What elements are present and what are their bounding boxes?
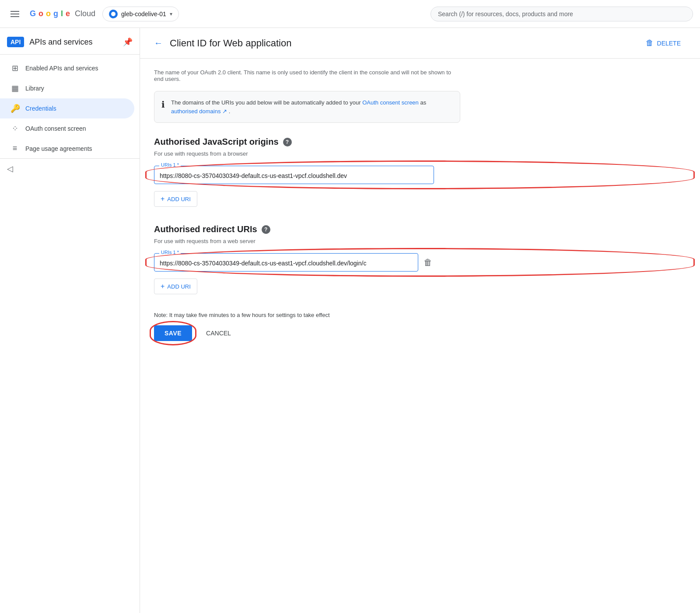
js-origins-subtitle: For use with requests from a browser (154, 150, 686, 157)
js-origins-help-icon[interactable]: ? (283, 138, 292, 146)
main-layout: API APIs and services 📌 ⊞ Enabled APIs a… (0, 28, 700, 613)
delete-label: DELETE (657, 40, 681, 47)
redirect-uri-input-row: 🗑 (154, 253, 434, 272)
sidebar-item-label: Library (25, 85, 44, 92)
project-name: gleb-codelive-01 (121, 10, 166, 17)
main-content: ← Client ID for Web application 🗑 DELETE… (140, 28, 700, 613)
collapse-arrow-icon: ◁ (7, 164, 13, 174)
redirect-uri-label: URIs 1 * (159, 250, 181, 255)
js-origins-title-text: Authorised JavaScript origins (154, 137, 279, 147)
save-button-wrapper: SAVE (154, 325, 192, 341)
js-origins-title: Authorised JavaScript origins ? (154, 137, 686, 147)
sidebar-item-enabled-apis[interactable]: ⊞ Enabled APIs and services (0, 58, 134, 78)
google-cloud-logo: Google Cloud (30, 9, 95, 18)
redirect-uris-uri-highlighted: URIs 1 * 🗑 (154, 253, 686, 272)
sidebar-header: API APIs and services 📌 (0, 31, 140, 55)
search-input[interactable] (438, 10, 686, 17)
save-button[interactable]: SAVE (154, 325, 192, 341)
sidebar-item-page-usage[interactable]: ≡ Page usage agreements (0, 139, 134, 158)
grid-icon: ⊞ (10, 63, 19, 73)
sidebar-item-label: Credentials (25, 105, 56, 112)
dropdown-arrow-icon: ▾ (170, 11, 172, 17)
redirect-uris-group: URIs 1 * 🗑 (154, 253, 434, 272)
info-text-after: . (229, 108, 231, 115)
redirect-uris-add-uri-button[interactable]: + ADD URI (154, 279, 197, 294)
sidebar-item-label: Enabled APIs and services (25, 65, 98, 72)
bottom-actions: SAVE CANCEL (154, 325, 686, 341)
oauth-consent-link[interactable]: OAuth consent screen (362, 99, 419, 106)
library-icon: ▦ (10, 84, 19, 93)
authorised-domains-link[interactable]: authorised domains ↗ (171, 108, 229, 115)
subtitle-text: The name of your OAuth 2.0 client. This … (154, 69, 460, 82)
key-icon: 🔑 (10, 104, 19, 113)
trash-icon: 🗑 (646, 38, 654, 48)
add-uri-label: ADD URI (167, 283, 190, 290)
pin-icon: 📌 (123, 37, 133, 47)
info-text-before: The domains of the URIs you add below wi… (171, 99, 362, 106)
redirect-uris-help-icon[interactable]: ? (262, 225, 270, 234)
info-box: ℹ The domains of the URIs you add below … (154, 91, 460, 123)
sidebar-item-credentials[interactable]: 🔑 Credentials (0, 98, 134, 118)
settings-list-icon: ≡ (10, 144, 19, 153)
trash-field-icon: 🗑 (424, 258, 432, 267)
sidebar-item-oauth-consent[interactable]: ⁘ OAuth consent screen (0, 118, 134, 139)
page-title: Client ID for Web application (170, 38, 291, 49)
sidebar-title: APIs and services (29, 38, 92, 47)
redirect-uris-subtitle: For use with requests from a web server (154, 238, 686, 244)
redirect-uri-input[interactable] (154, 253, 418, 272)
api-badge: API (7, 37, 24, 47)
back-button[interactable]: ← (154, 38, 163, 48)
cancel-button[interactable]: CANCEL (199, 325, 238, 341)
redirect-uri-delete-button[interactable]: 🗑 (422, 256, 434, 269)
plus-icon: + (161, 195, 164, 203)
sidebar-collapse-button[interactable]: ◁ (0, 158, 140, 179)
redirect-uris-section: Authorised redirect URIs ? For use with … (154, 224, 686, 294)
hamburger-button[interactable] (7, 7, 23, 21)
note-text: Note: It may take five minutes to a few … (154, 312, 686, 318)
js-origins-add-uri-button[interactable]: + ADD URI (154, 191, 197, 207)
delete-button[interactable]: 🗑 DELETE (640, 35, 686, 51)
js-origins-section: Authorised JavaScript origins ? For use … (154, 137, 686, 207)
js-origins-uri-input[interactable] (154, 166, 434, 184)
page-header: ← Client ID for Web application 🗑 DELETE (140, 28, 700, 59)
redirect-uris-title: Authorised redirect URIs ? (154, 224, 686, 234)
info-text: The domains of the URIs you add below wi… (171, 98, 453, 115)
sidebar: API APIs and services 📌 ⊞ Enabled APIs a… (0, 28, 140, 613)
top-nav: Google Cloud gleb-codelive-01 ▾ (0, 0, 700, 28)
search-bar[interactable] (430, 7, 693, 21)
project-icon (109, 10, 118, 18)
plus-icon: + (161, 282, 164, 290)
js-origins-uri-label: URIs 1 * (159, 162, 181, 167)
external-link-icon: ↗ (222, 108, 227, 115)
js-origins-uri-highlighted: URIs 1 * (154, 166, 686, 184)
sidebar-item-label: Page usage agreements (25, 145, 92, 152)
dots-icon: ⁘ (10, 124, 19, 133)
add-uri-label: ADD URI (167, 196, 190, 202)
info-icon: ℹ (161, 99, 165, 110)
sidebar-item-library[interactable]: ▦ Library (0, 78, 134, 98)
project-selector[interactable]: gleb-codelive-01 ▾ (102, 7, 179, 21)
redirect-uris-title-text: Authorised redirect URIs (154, 224, 257, 234)
js-origins-uri-group: URIs 1 * (154, 166, 434, 184)
sidebar-item-label: OAuth consent screen (25, 125, 86, 132)
info-text-middle: as (420, 99, 426, 106)
content-body: The name of your OAuth 2.0 client. This … (140, 59, 700, 352)
